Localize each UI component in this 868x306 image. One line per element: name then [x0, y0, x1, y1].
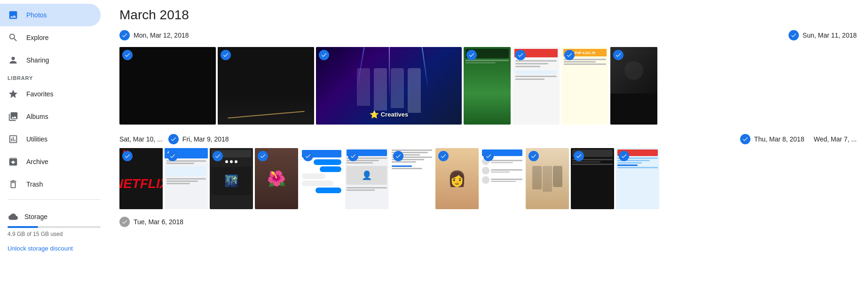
- date-label-mar9: Fri, Mar 9, 2018: [182, 135, 229, 143]
- trash-icon: [8, 179, 19, 190]
- photo-mar9-3[interactable]: 🌺: [255, 148, 298, 209]
- storage-used-text: 4.9 GB of 15 GB used: [8, 231, 101, 237]
- date-label-mar12: Mon, Mar 12, 2018: [134, 31, 189, 39]
- sidebar-item-archive[interactable]: Archive: [0, 150, 101, 173]
- check-photo-7[interactable]: [613, 50, 623, 60]
- check-photo-4[interactable]: [466, 50, 477, 60]
- unlock-storage-link[interactable]: Unlock storage discount: [0, 243, 108, 254]
- check-mar11[interactable]: [789, 30, 799, 40]
- storage-bar-fill: [8, 226, 38, 228]
- photos-icon: [8, 9, 19, 21]
- check-photo-mar7-2[interactable]: [574, 151, 584, 161]
- storage-bar-background: [8, 226, 101, 228]
- check-photo-mar8-1[interactable]: [438, 151, 449, 161]
- check-photo-5[interactable]: [515, 50, 526, 60]
- library-section-label: LIBRARY: [0, 71, 108, 83]
- date-header-mar9: Fri, Mar 9, 2018: [168, 134, 229, 144]
- storage-icon: [8, 211, 19, 222]
- photo-mar9-4[interactable]: [300, 148, 343, 209]
- check-photo-mar8-2[interactable]: [483, 151, 494, 161]
- photo-mar7-1[interactable]: [526, 148, 569, 209]
- check-photo-mar9-3[interactable]: [258, 151, 268, 161]
- date-header-mar12: Mon, Mar 12, 2018: [119, 30, 189, 40]
- storage-label: Storage: [24, 213, 47, 220]
- date-label-mar7: Wed, Mar 7, ...: [813, 135, 857, 143]
- sidebar-explore-label: Explore: [26, 34, 48, 41]
- explore-icon: [8, 32, 19, 43]
- check-mar6[interactable]: [119, 217, 130, 227]
- storage-section: Storage 4.9 GB of 15 GB used: [0, 205, 108, 243]
- date-header-mar7: Wed, Mar 7, ...: [813, 135, 857, 143]
- photos-row-1: ⭐ Creatives: [119, 47, 857, 125]
- check-mar9[interactable]: [168, 134, 179, 144]
- sidebar-photos-label: Photos: [26, 11, 47, 19]
- sidebar-item-favorites[interactable]: Favorites: [0, 83, 101, 105]
- check-mar12[interactable]: [119, 30, 130, 40]
- photo-mar11-1[interactable]: [513, 47, 560, 125]
- photo-mar10-1[interactable]: N NETFLIX: [119, 148, 163, 209]
- date-header-mar10: Sat, Mar 10, ...: [119, 135, 163, 143]
- main-content: March 2018 Mon, Mar 12, 2018 Sun, Mar 11…: [108, 0, 868, 306]
- sidebar-item-trash[interactable]: Trash: [0, 173, 101, 196]
- sidebar-trash-label: Trash: [26, 180, 43, 188]
- photo-mar12-1[interactable]: [119, 47, 216, 125]
- check-photo-mar9-6[interactable]: [393, 151, 403, 161]
- photo-mar7-2[interactable]: [571, 148, 614, 209]
- date-label-mar10: Sat, Mar 10, ...: [119, 135, 163, 143]
- sidebar-item-sharing[interactable]: Sharing: [0, 49, 101, 71]
- photo-mar11-3[interactable]: [610, 47, 657, 125]
- check-photo-mar10-1[interactable]: [122, 151, 133, 161]
- photo-mar12-2[interactable]: [218, 47, 314, 125]
- photos-row-2: N NETFLIX f: [119, 148, 857, 209]
- photo-mar12-4[interactable]: [464, 47, 511, 125]
- sidebar-utilities-label: Utilities: [26, 135, 47, 143]
- favorites-icon: [8, 88, 19, 100]
- sidebar-item-utilities[interactable]: Utilities: [0, 128, 101, 150]
- check-photo-2[interactable]: [221, 50, 231, 60]
- sidebar-albums-label: Albums: [26, 113, 48, 120]
- check-photo-mar9-5[interactable]: [348, 151, 358, 161]
- sidebar-item-albums[interactable]: Albums: [0, 105, 101, 128]
- date-label-mar6: Tue, Mar 6, 2018: [134, 218, 183, 226]
- page-title: March 2018: [119, 8, 857, 23]
- photo-mar9-6[interactable]: [390, 148, 434, 209]
- sidebar-item-explore[interactable]: Explore: [0, 26, 101, 49]
- check-photo-mar7-3[interactable]: [619, 151, 629, 161]
- date-label-mar11: Sun, Mar 11, 2018: [803, 31, 857, 39]
- date-header-mar11: Sun, Mar 11, 2018: [789, 30, 857, 40]
- sidebar-sharing-label: Sharing: [26, 56, 49, 64]
- photo-mar7-3[interactable]: [616, 148, 659, 209]
- check-photo-mar9-4[interactable]: [303, 151, 313, 161]
- sidebar-item-photos[interactable]: Photos: [0, 4, 101, 26]
- check-photo-6[interactable]: [564, 50, 575, 60]
- date-header-mar8: Thu, Mar 8, 2018: [740, 134, 805, 144]
- photo-mar12-3[interactable]: ⭐ Creatives: [316, 47, 462, 125]
- check-photo-mar9-1[interactable]: [167, 151, 178, 161]
- date-header-mar6: Tue, Mar 6, 2018: [119, 217, 857, 227]
- check-photo-mar9-2[interactable]: [213, 151, 223, 161]
- date-label-mar8: Thu, Mar 8, 2018: [754, 135, 805, 143]
- photo-mar9-1[interactable]: f: [165, 148, 208, 209]
- photo-mar8-2[interactable]: [481, 148, 524, 209]
- photo-mar11-2[interactable]: PHP 4,321.76: [561, 47, 608, 125]
- utilities-icon: [8, 133, 19, 145]
- sharing-icon: [8, 55, 19, 66]
- sidebar-divider: [8, 199, 101, 200]
- check-photo-1[interactable]: [122, 50, 133, 60]
- check-mar8[interactable]: [740, 134, 750, 144]
- archive-icon: [8, 156, 19, 167]
- photo-mar8-1[interactable]: 👩: [435, 148, 479, 209]
- check-photo-3[interactable]: [319, 50, 329, 60]
- check-photo-mar7-1[interactable]: [529, 151, 539, 161]
- photo-mar9-2[interactable]: 🌃: [210, 148, 253, 209]
- sidebar-favorites-label: Favorites: [26, 90, 54, 98]
- sidebar-archive-label: Archive: [26, 158, 48, 165]
- sidebar: Photos Explore Sharing LIBRARY Favorites…: [0, 0, 108, 306]
- albums-icon: [8, 111, 19, 122]
- photo-mar9-5[interactable]: 👤: [345, 148, 388, 209]
